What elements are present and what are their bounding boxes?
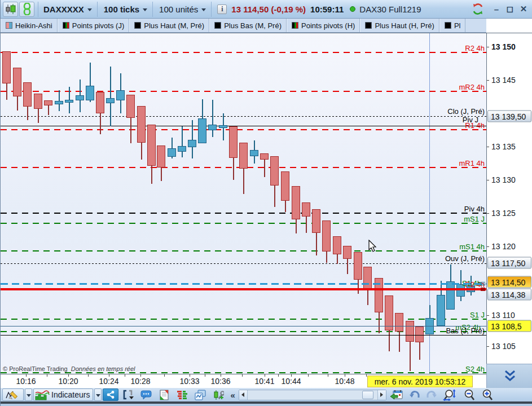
maximize-button[interactable]: ◻ bbox=[504, 4, 516, 14]
level-price-box[interactable]: 13 117,50 bbox=[487, 257, 531, 269]
hline-level-13114.5[interactable] bbox=[1, 283, 486, 285]
draw-tools-dropdown[interactable] bbox=[25, 389, 32, 401]
hline-level-13108.5[interactable] bbox=[1, 326, 486, 326]
line-label-s2-4h: S2 4h bbox=[465, 365, 485, 373]
line-label-s1-j: S1 J bbox=[470, 311, 485, 319]
chat-button[interactable] bbox=[138, 389, 155, 401]
news-button[interactable] bbox=[156, 389, 173, 401]
legend-item-plus-haut-h-pr-[interactable]: Plus Haut (H, Pré) bbox=[360, 19, 439, 32]
collapse-panel-button[interactable] bbox=[486, 364, 532, 388]
window-titlebar: DAXXXXX 100 ticks 100 unités i 13 114,50… bbox=[1, 0, 532, 19]
detach-window-button[interactable] bbox=[120, 389, 137, 401]
legend-item-points-pivots-j-[interactable]: Points pivots (J) bbox=[58, 19, 129, 32]
hline-s1-j[interactable] bbox=[1, 319, 486, 320]
hline-r2-4h[interactable] bbox=[1, 288, 486, 290]
hline-ms1-4h[interactable] bbox=[1, 250, 486, 251]
order-book-button[interactable] bbox=[174, 389, 191, 401]
legend-item-plus-bas-m-pr-[interactable]: Plus Bas (M, Pré) bbox=[209, 19, 287, 32]
time-label: 10:24 bbox=[99, 377, 118, 386]
price-axis[interactable]: 13 15013 14513 13513 13013 12513 12013 1… bbox=[486, 33, 532, 364]
hline-piv-4h[interactable] bbox=[1, 213, 486, 214]
heikin-color-chip-icon bbox=[6, 22, 12, 29]
price-tick bbox=[487, 246, 489, 247]
candle-body-up bbox=[208, 125, 217, 130]
line-label-piv-4h: Piv 4h bbox=[464, 205, 485, 213]
scroll-left-button[interactable] bbox=[239, 390, 248, 400]
hline-clo-j-pr-[interactable] bbox=[1, 116, 486, 117]
refresh-icon[interactable] bbox=[471, 2, 485, 16]
timeframe-selector[interactable]: 100 ticks bbox=[99, 2, 153, 17]
zoom-fit-icon bbox=[443, 389, 458, 401]
draw-tools-button[interactable] bbox=[2, 389, 24, 401]
candle-body-up bbox=[250, 150, 258, 156]
hline-piv-j[interactable] bbox=[1, 126, 486, 126]
price-chart[interactable]: © ProRealTime Trading Données en temps r… bbox=[1, 33, 486, 374]
legend-item-pl[interactable]: Pl bbox=[439, 19, 466, 32]
alert-price-box[interactable]: 13 108,5 bbox=[487, 320, 531, 332]
windows-chart-icon bbox=[195, 390, 206, 400]
level-price-box[interactable]: 13 139,50 bbox=[487, 111, 531, 122]
chart-horizontal-scrollbar[interactable] bbox=[239, 390, 386, 400]
zoom-in-button[interactable] bbox=[479, 389, 496, 401]
time-tick bbox=[68, 374, 69, 377]
line-drag-handle[interactable] bbox=[481, 282, 485, 285]
time-label: 10:28 bbox=[130, 377, 150, 386]
chart-style-button[interactable] bbox=[3, 2, 18, 17]
units-value: 100 unités bbox=[159, 5, 198, 14]
calendar-back-icon bbox=[390, 389, 403, 400]
units-selector[interactable]: 100 unités bbox=[154, 2, 212, 17]
line-label-r1-4h: R1 4h bbox=[465, 121, 485, 130]
minimize-button[interactable]: – bbox=[490, 5, 503, 14]
candle-wick bbox=[212, 100, 213, 137]
time-label: 10:20 bbox=[58, 377, 78, 386]
legend-item-heikin-ashi[interactable]: Heikin-Ashi bbox=[1, 19, 58, 32]
hline-ouv-j-pr-[interactable] bbox=[1, 263, 486, 264]
trading-settings-button[interactable] bbox=[210, 389, 227, 401]
legend-item-plus-haut-m-pr-[interactable]: Plus Haut (M, Pré) bbox=[129, 19, 209, 32]
candle-body-down bbox=[157, 145, 165, 167]
candle-body-down bbox=[395, 313, 403, 332]
hline-s2-4h[interactable] bbox=[1, 372, 486, 373]
time-label: 10:36 bbox=[210, 377, 230, 386]
candle-body-down bbox=[292, 186, 300, 219]
price-label: 13 150 bbox=[491, 42, 516, 51]
share-button[interactable] bbox=[103, 389, 118, 401]
candle-wick bbox=[182, 126, 183, 157]
window-bottom-strip bbox=[1, 404, 532, 406]
collapse-toolbar-button[interactable]: « bbox=[228, 390, 237, 400]
current-price-box[interactable]: 13 114,50 bbox=[487, 276, 531, 288]
instrument-selector[interactable]: DAXXXXX bbox=[38, 2, 98, 17]
undo-button[interactable] bbox=[407, 389, 423, 401]
info-icon[interactable]: i bbox=[217, 5, 227, 14]
line-drag-handle[interactable] bbox=[481, 288, 485, 291]
candle-wrench-icon bbox=[213, 390, 224, 400]
hline-ms1-j[interactable] bbox=[1, 223, 486, 224]
time-minor-tick bbox=[88, 374, 89, 377]
redo-button[interactable] bbox=[424, 389, 439, 401]
time-tick bbox=[265, 374, 265, 377]
zoom-fit-button[interactable] bbox=[441, 389, 460, 401]
indicators-label: Indicateurs bbox=[51, 390, 90, 399]
hline-r1-4h[interactable] bbox=[1, 129, 486, 130]
hline-bas-j-pr-[interactable] bbox=[1, 335, 486, 336]
candle-body-down bbox=[322, 220, 331, 251]
close-button[interactable]: ✕ bbox=[517, 4, 530, 14]
indicators-dropdown[interactable] bbox=[94, 389, 102, 401]
indicators-button[interactable]: Indicateurs bbox=[33, 389, 93, 401]
hline-r2-4h[interactable] bbox=[1, 52, 486, 53]
price-tick bbox=[487, 80, 489, 81]
scroll-right-button[interactable] bbox=[377, 390, 386, 400]
zoom-out-button[interactable] bbox=[461, 389, 478, 401]
time-tick bbox=[221, 374, 221, 377]
hline-mr2-4h[interactable] bbox=[1, 91, 486, 92]
duplicate-chart-button[interactable] bbox=[192, 389, 209, 401]
link-windows-button[interactable] bbox=[19, 2, 34, 17]
legend-item-points-pivots-h-[interactable]: Points pivots (H) bbox=[287, 19, 360, 32]
scrollbar-thumb[interactable] bbox=[362, 391, 373, 399]
go-to-date-button[interactable] bbox=[388, 389, 406, 401]
timeframe-value: 100 ticks bbox=[104, 5, 139, 14]
time-minor-tick bbox=[328, 374, 328, 377]
time-axis[interactable]: 10:1610:2010:2410:2810:3310:3610:4110:44… bbox=[1, 374, 486, 388]
level-price-box[interactable]: 13 114,38 bbox=[487, 289, 531, 301]
line-label-ouv-j-pr-: Ouv (J, Pré) bbox=[445, 254, 485, 263]
